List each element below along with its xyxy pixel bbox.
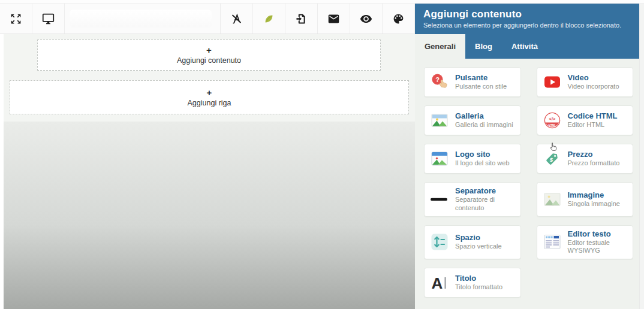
import-file-icon xyxy=(295,13,308,25)
site-logo-icon xyxy=(430,149,449,168)
content-tile-spazio[interactable]: SpazioSpazio verticale xyxy=(424,225,521,260)
mail-icon xyxy=(327,13,340,25)
tile-subtitle: Separatore di contenuto xyxy=(455,196,515,213)
eye-button[interactable] xyxy=(350,4,383,34)
mail-button[interactable] xyxy=(318,4,350,34)
clear-format-icon xyxy=(230,13,243,25)
tile-subtitle: Il logo del sito web xyxy=(455,159,510,168)
tile-title: Pulsante xyxy=(455,73,507,82)
svg-text:$: $ xyxy=(549,156,553,163)
image-icon xyxy=(543,190,562,209)
tile-subtitle: Editor testuale WYSIWYG xyxy=(568,239,628,256)
content-tile-pulsante[interactable]: ?PulsantePulsante con stile xyxy=(424,67,521,97)
tile-subtitle: Singola immagine xyxy=(568,200,620,208)
tile-title: Video xyxy=(568,73,619,82)
tab-attivita[interactable]: Attività xyxy=(502,34,547,59)
gallery-icon xyxy=(430,111,449,130)
add-content-panel: Aggiungi contenuto Seleziona un elemento… xyxy=(415,4,644,309)
content-tile-separatore[interactable]: SeparatoreSeparatore di contenuto xyxy=(424,182,521,217)
tile-subtitle: Video incorporato xyxy=(568,83,619,91)
text-editor-icon xyxy=(543,232,562,252)
video-icon xyxy=(543,72,562,92)
eye-icon xyxy=(360,13,372,25)
palette-icon xyxy=(392,13,405,25)
plus-icon: + xyxy=(206,46,212,54)
palette-button[interactable] xyxy=(383,4,415,34)
panel-scrollbar[interactable] xyxy=(639,4,644,309)
tile-subtitle: Spazio verticale xyxy=(455,243,502,251)
html-code-icon: HTML</> xyxy=(543,111,562,130)
title-letter-icon: A xyxy=(430,273,449,292)
content-tile-logo-sito[interactable]: Logo sitoIl logo del sito web xyxy=(424,144,521,174)
monitor-button[interactable] xyxy=(32,4,65,34)
vertical-space-icon xyxy=(430,232,449,252)
tile-title: Separatore xyxy=(455,186,515,195)
content-tile-galleria[interactable]: GalleriaGalleria di immagini xyxy=(424,105,521,135)
leaf-icon xyxy=(263,13,275,25)
add-row-label: Aggiungi riga xyxy=(188,99,231,107)
svg-text:HTML: HTML xyxy=(548,124,556,127)
svg-text:A: A xyxy=(432,274,443,292)
tile-subtitle: Editor HTML xyxy=(568,121,618,129)
panel-tabs: GeneraliBlogAttività xyxy=(415,34,639,59)
content-grid: ?PulsantePulsante con stileVideoVideo in… xyxy=(415,59,644,302)
content-tile-titolo[interactable]: ATitoloTitolo formattato xyxy=(424,268,521,298)
svg-text:?: ? xyxy=(435,76,440,83)
svg-text:</>: </> xyxy=(549,116,555,122)
button-click-icon: ? xyxy=(430,72,449,92)
toolbar-spacer xyxy=(65,4,221,34)
tab-blog[interactable]: Blog xyxy=(465,34,502,59)
clear-format-button[interactable] xyxy=(221,4,253,34)
tile-title: Titolo xyxy=(455,274,502,283)
add-row-dropzone[interactable]: + Aggiungi riga xyxy=(10,80,409,114)
tile-title: Editor testo xyxy=(568,229,628,238)
panel-title: Aggiungi contenuto xyxy=(423,8,631,20)
tile-subtitle: Titolo formattato xyxy=(455,283,502,292)
price-tag-icon: $ xyxy=(543,149,562,168)
monitor-icon xyxy=(42,13,55,25)
content-tile-immagine[interactable]: ImmagineSingola immagine xyxy=(537,182,634,217)
tile-title: Galleria xyxy=(455,111,513,120)
move-button[interactable] xyxy=(0,4,32,34)
site-builder-screen: + Aggiungi contenuto + Aggiungi riga Agg… xyxy=(0,0,644,309)
add-content-dropzone[interactable]: + Aggiungi contenuto xyxy=(37,40,381,71)
tile-title: Prezzo xyxy=(568,150,620,159)
tile-title: Immagine xyxy=(568,190,620,199)
leaf-button[interactable] xyxy=(253,4,285,34)
tab-generali[interactable]: Generali xyxy=(415,34,465,59)
content-tile-codice-html[interactable]: HTML</>Codice HTMLEditor HTML xyxy=(537,105,634,135)
page-preview-area xyxy=(4,122,415,309)
tile-subtitle: Pulsante con stile xyxy=(455,83,507,91)
editor-canvas: + Aggiungi contenuto + Aggiungi riga xyxy=(4,34,415,309)
import-file-button[interactable] xyxy=(285,4,318,34)
tile-subtitle: Galleria di immagini xyxy=(455,121,513,129)
content-tile-prezzo[interactable]: $PrezzoPrezzo formattato xyxy=(537,144,634,174)
editor-region: + Aggiungi contenuto + Aggiungi riga xyxy=(0,4,415,309)
tile-subtitle: Prezzo formattato xyxy=(568,159,620,168)
panel-subtitle: Seleziona un elemento per aggiungerlo de… xyxy=(423,22,631,29)
separator-line-icon xyxy=(430,190,449,209)
content-tile-video[interactable]: VideoVideo incorporato xyxy=(537,67,634,97)
panel-header: Aggiungi contenuto Seleziona un elemento… xyxy=(415,4,639,34)
move-icon xyxy=(10,13,22,25)
content-tile-editor-testo[interactable]: Editor testoEditor testuale WYSIWYG xyxy=(537,225,634,260)
tile-title: Logo sito xyxy=(455,150,510,159)
add-content-label: Aggiungi contenuto xyxy=(177,56,241,65)
tile-title: Spazio xyxy=(455,233,502,242)
plus-icon: + xyxy=(207,88,212,97)
tile-title: Codice HTML xyxy=(568,111,618,120)
editor-toolbar xyxy=(0,4,415,34)
